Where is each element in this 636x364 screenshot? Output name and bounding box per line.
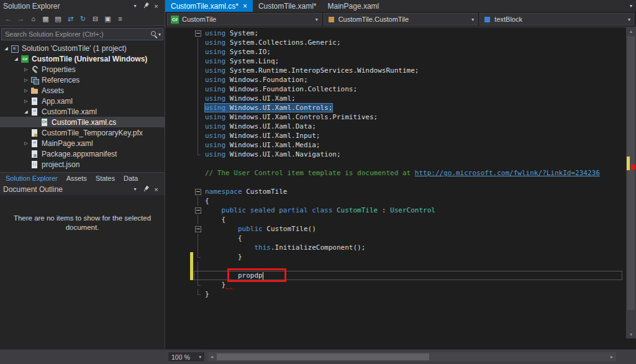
horizontal-scrollbar-thumb[interactable] <box>217 353 429 360</box>
code-line[interactable]: using Windows.UI.Xaml.Controls; <box>165 103 626 112</box>
panel-tab[interactable]: Assets <box>62 173 91 183</box>
horizontal-scrollbar[interactable]: ◂ ▸ <box>207 352 616 362</box>
tree-item[interactable]: ▷MainPage.xaml <box>0 138 165 148</box>
tree-item[interactable]: ◢CustomTile (Universal Windows) <box>0 53 165 64</box>
code-line[interactable]: using Windows.Foundation.Collections; <box>165 84 626 94</box>
search-dropdown-icon[interactable]: ▾ <box>158 32 161 37</box>
expand-arrow-icon[interactable]: ▷ <box>22 88 30 93</box>
code-line[interactable] <box>165 159 626 168</box>
pending-changes-filter-icon[interactable]: ▤ <box>52 13 64 25</box>
code-line[interactable]: this.InitializeComponent(); <box>165 243 626 252</box>
tree-item[interactable]: Package.appxmanifest <box>0 148 165 159</box>
scroll-right-icon[interactable]: ▸ <box>607 352 616 362</box>
tree-item[interactable]: ◢CustomTile.xaml <box>0 106 165 117</box>
code-editor[interactable]: using System;using System.Collections.Ge… <box>165 27 626 339</box>
back-icon[interactable]: ← <box>2 13 14 25</box>
tree-item[interactable]: ▷References <box>0 75 165 85</box>
code-line[interactable]: using Windows.Foundation; <box>165 75 626 84</box>
panel-tab[interactable]: Solution Explorer <box>1 173 62 183</box>
tree-item[interactable]: CustomTile.xaml.cs <box>0 117 165 127</box>
expand-arrow-icon[interactable]: ▷ <box>22 141 30 146</box>
code-line[interactable]: using Windows.UI.Xaml; <box>165 94 626 103</box>
pin-icon[interactable] <box>140 184 151 194</box>
refresh-icon[interactable]: ↻ <box>77 13 89 25</box>
type-dropdown[interactable]: CustomTile.CustomTile ▾ <box>324 13 478 25</box>
home-icon[interactable]: ⌂ <box>27 13 39 25</box>
tree-item[interactable]: ▷Properties <box>0 64 165 75</box>
code-line[interactable]: } <box>165 289 626 299</box>
close-icon[interactable]: × <box>151 184 161 194</box>
pin-icon[interactable] <box>140 1 151 11</box>
project-dropdown[interactable]: CustomTile ▾ <box>167 13 322 25</box>
zoom-control[interactable]: 100 % ▾ <box>168 352 205 362</box>
search-icon[interactable] <box>150 30 158 39</box>
expand-arrow-icon[interactable]: ▷ <box>22 99 30 104</box>
collapse-arrow-icon[interactable]: ◢ <box>2 46 10 51</box>
sync-with-active-document-icon[interactable]: ⇄ <box>65 13 76 25</box>
code-line[interactable]: using Windows.UI.Xaml.Media; <box>165 140 626 150</box>
code-line[interactable]: using System.IO; <box>165 47 626 57</box>
code-line[interactable]: using Windows.UI.Xaml.Navigation; <box>165 150 626 159</box>
code-line[interactable]: using Windows.UI.Xaml.Controls.Primitive… <box>165 112 626 122</box>
fold-collapse-icon[interactable] <box>194 187 202 196</box>
panel-tab[interactable]: Data <box>119 173 142 183</box>
code-line[interactable]: { <box>165 234 626 243</box>
code-line[interactable]: using System.Collections.Generic; <box>165 38 626 47</box>
fold-guide <box>194 252 202 262</box>
member-dropdown[interactable]: textBlock ▾ <box>479 13 634 25</box>
collapse-arrow-icon[interactable]: ◢ <box>12 57 20 61</box>
code-line[interactable]: // The User Control item template is doc… <box>165 168 626 178</box>
code-line[interactable]: { <box>165 196 626 206</box>
code-line[interactable]: using Windows.UI.Xaml.Data; <box>165 122 626 131</box>
expand-arrow-icon[interactable]: ▷ <box>22 78 30 83</box>
window-menu-icon[interactable]: ▾ <box>130 1 140 11</box>
tree-item[interactable]: ▷App.xaml <box>0 96 165 106</box>
show-all-files-icon[interactable]: ▣ <box>102 13 114 25</box>
editor-tab[interactable]: MainPage.xaml <box>322 0 385 12</box>
code-line[interactable]: using Windows.UI.Xaml.Input; <box>165 131 626 140</box>
fold-guide <box>194 234 234 243</box>
code-line[interactable]: using System; <box>165 29 626 38</box>
code-line[interactable]: using System.Runtime.InteropServices.Win… <box>165 66 626 75</box>
code-line[interactable]: using System.Linq; <box>165 57 626 66</box>
tree-item-label: CustomTile_TemporaryKey.pfx <box>42 129 143 137</box>
tree-item[interactable]: ◢Solution 'CustomTile' (1 project) <box>0 43 165 53</box>
document-list-dropdown-icon[interactable]: ▾ <box>626 0 636 12</box>
scroll-left-icon[interactable]: ◂ <box>207 352 216 362</box>
comment-link[interactable]: http://go.microsoft.com/fwlink/?LinkId=2… <box>415 169 600 177</box>
code-line[interactable]: { <box>165 215 626 224</box>
fold-guide <box>194 131 234 140</box>
code-line[interactable]: public CustomTile() <box>165 224 626 234</box>
editor-tab[interactable]: CustomTile.xaml* <box>253 0 322 12</box>
close-tab-icon[interactable]: × <box>243 2 247 10</box>
window-menu-icon[interactable]: ▾ <box>130 184 140 194</box>
tree-item-label: CustomTile.xaml.cs <box>52 118 116 127</box>
panel-tab[interactable]: States <box>91 173 119 183</box>
editor-tab[interactable]: CustomTile.xaml.cs*× <box>165 0 253 12</box>
tree-item[interactable]: ▷Assets <box>0 85 165 96</box>
switch-views-icon[interactable]: ▦ <box>40 13 52 25</box>
collapse-arrow-icon[interactable]: ◢ <box>22 109 30 114</box>
fold-collapse-icon[interactable] <box>194 206 202 215</box>
properties-icon[interactable]: ≡ <box>114 13 126 25</box>
code-line[interactable]: namespace CustomTile <box>165 187 626 196</box>
tree-item-label: Assets <box>42 86 64 95</box>
solution-explorer-panel: Solution Explorer ▾ × ←→⌂▦▤⇄↻⊟▣≡ ▾ ◢Solu… <box>0 0 165 349</box>
scroll-down-icon[interactable]: ▾ <box>626 330 636 339</box>
tree-item[interactable]: project.json <box>0 159 165 170</box>
fold-collapse-icon[interactable] <box>194 29 202 38</box>
code-line[interactable] <box>165 178 626 187</box>
close-icon[interactable]: × <box>151 1 161 11</box>
chevron-down-icon: ▾ <box>313 17 318 22</box>
search-input[interactable] <box>2 30 150 38</box>
forward-icon[interactable]: → <box>15 13 27 25</box>
code-line[interactable]: } <box>165 252 626 262</box>
code-line[interactable]: public sealed partial class CustomTile :… <box>165 206 626 215</box>
tree-item[interactable]: CustomTile_TemporaryKey.pfx <box>0 127 165 138</box>
vertical-scrollbar-thumb[interactable] <box>627 36 635 310</box>
scroll-up-icon[interactable]: ▴ <box>626 27 636 35</box>
expand-arrow-icon[interactable]: ▷ <box>22 67 30 72</box>
vertical-scrollbar[interactable]: ▴ ▾ <box>626 27 636 339</box>
collapse-all-icon[interactable]: ⊟ <box>89 13 101 25</box>
fold-collapse-icon[interactable] <box>194 224 202 234</box>
